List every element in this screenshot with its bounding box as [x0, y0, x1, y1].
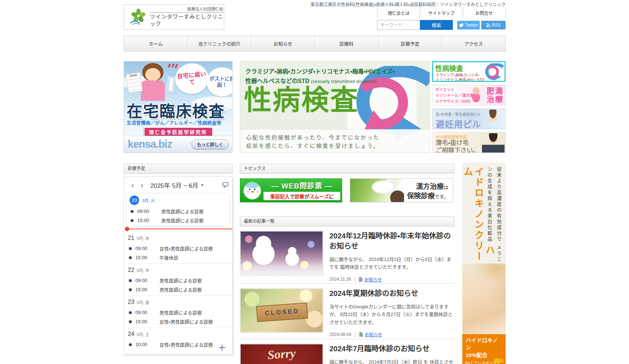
event-dot-icon: [131, 210, 134, 213]
utility-nav: 理仁会とは サイトマップ お問合せ: [377, 7, 506, 18]
speech-bubble-delivered: 自宅に届いて: [174, 62, 210, 95]
article-divider: [240, 339, 454, 339]
article: 2024年12月臨時休診・年末年始休診のお知らせ 誠に勝手ながら、 2024年1…: [329, 231, 455, 282]
sorry-sign-photo: Sorry: [241, 344, 323, 364]
home-test-badge: 理仁会予防医学研究所: [143, 127, 213, 136]
nav-access[interactable]: アクセス: [442, 36, 505, 51]
penguin-mascot-icon: [244, 182, 261, 199]
calendar-event[interactable]: 09:00 男性医師による診察: [130, 207, 227, 216]
calendar-event[interactable]: 09:00 男性医師による診察: [128, 276, 229, 285]
model-face-photo: [462, 264, 506, 334]
search-input[interactable]: [377, 20, 420, 30]
event-dot-icon: [129, 247, 132, 250]
article-thumbnail[interactable]: [240, 231, 323, 275]
rss-label: RSS: [492, 23, 501, 28]
kampo-banner[interactable]: 漢方治療は 保険診療です。: [350, 178, 453, 202]
tax-included-label: (税込): [494, 357, 503, 363]
news-section-header: 最新の記事一覧: [240, 217, 454, 226]
article-title-link[interactable]: 2024年12月臨時休診・年末年始休診のお知らせ: [329, 231, 455, 251]
std-list-line1: クラミジア・淋病・カンジダ・トリコモナス・梅毒・HIVエイズ・: [245, 67, 395, 75]
utility-about[interactable]: 理仁会とは: [377, 7, 420, 18]
calendar-prev-icon[interactable]: ‹: [128, 181, 137, 189]
std-caption-line2: 症状を感じたら、すぐに検査を受けましょう。: [246, 143, 380, 149]
utility-contact[interactable]: お問合せ: [463, 7, 505, 18]
search-button[interactable]: 検索: [420, 20, 453, 30]
article-date: 2024.11.26: [329, 277, 351, 282]
calendar-next-icon[interactable]: ›: [137, 181, 147, 189]
home-test-subtitle: 生活習慣病／がん／アレルギー／性病検査等: [127, 119, 221, 126]
side-banner-std[interactable]: 性病検査 クラミジア・淋病・カンジダ・ トリコモナス・梅毒・HIV・STD: [432, 61, 506, 82]
article-title-link[interactable]: 2024年7月臨時休診のお知らせ: [329, 344, 455, 354]
side-banner-diet[interactable]: ダイエット マジンドール／漢方薬 エクササイズ／EMS 肥満 治療: [432, 85, 506, 106]
topics-section-header: トピックス: [240, 164, 454, 174]
nav-departments[interactable]: 診療科: [314, 36, 378, 51]
side-banner-pill[interactable]: 低・中用量／緊急避妊用ピル 避妊用ピル: [432, 108, 506, 129]
paper-label: 説明書: [126, 73, 141, 78]
current-time-indicator: [125, 227, 232, 232]
article-thumbnail[interactable]: CLOSED: [240, 288, 323, 333]
calendar-range[interactable]: 2025年 5月 ~ 6月: [150, 181, 198, 190]
article: 2024年夏期休診のお知らせ 当サイトのGoogleカレンダーに既に告知はしてあ…: [329, 288, 455, 337]
obesity-word1: 肥満: [487, 87, 503, 95]
document-icon: [359, 332, 363, 337]
calendar-event[interactable]: 15:00 午後休診: [128, 253, 229, 262]
article-title-link[interactable]: 2024年夏期休診のお知らせ: [329, 288, 455, 298]
logo-clinic-name: ツインタワーすみとしクリニック: [150, 13, 224, 27]
calendar-event[interactable]: 10:00 女性・男性医師による診察: [128, 340, 229, 349]
std-test-banner[interactable]: クラミジア・淋病・カンジダ・トリコモナス・梅毒・HIVエイズ・ 性器ヘルペスなど…: [240, 61, 430, 153]
calendar-event[interactable]: 15:00 男性医師による診察: [130, 216, 227, 225]
nav-news[interactable]: お知らせ: [251, 36, 314, 51]
hydroquinone-banner[interactable]: 従来より高濃度の有効成分で メラニンの生成を抑える美白化粧品 ハイドロキノンクリ…: [462, 162, 506, 364]
utility-sitemap[interactable]: サイトマップ: [420, 7, 462, 18]
main-nav: ホーム 当クリニックの紹介 お知らせ 診療科 診療予定 アクセス: [124, 36, 506, 51]
today-date-badge: 20: [130, 195, 139, 205]
article: 2024年7月臨時休診のお知らせ 誠に勝手ながら、 2024年7月3日（水）終日…: [329, 344, 455, 364]
calendar-event[interactable]: 09:00 女性・男性医師による診察: [128, 244, 229, 253]
obesity-word2: 治療: [487, 95, 503, 103]
calendar-event[interactable]: 15:00 女性・男性医師による診察: [128, 317, 229, 326]
side-banner-aga[interactable]: AGA男性型脱毛症 薄毛・抜け毛 ご相談下さい。: [432, 132, 506, 153]
article-divider: [240, 283, 454, 284]
more-details-button[interactable]: もっと詳しく: [191, 139, 229, 149]
calendar-day-group: 23 5月, 金 09:00 男性医師による診察 15:00 女性・男性医師によ…: [124, 296, 232, 328]
nav-clinic-intro[interactable]: 当クリニックの紹介: [187, 36, 251, 51]
calendar-agenda-icon[interactable]: [222, 182, 229, 188]
event-dot-icon: [129, 343, 132, 346]
herbs-mortar-photo: [350, 179, 404, 202]
logo[interactable]: 医療法人社団理仁会 ツインタワーすみとしクリニック: [124, 4, 224, 30]
nav-schedule[interactable]: 診療予定: [378, 36, 442, 51]
std-caption-line1: 心配な性的接触があったり、今までになかった: [246, 134, 380, 141]
rss-button[interactable]: RSS: [481, 21, 506, 29]
twitter-button[interactable]: Twitter: [457, 21, 480, 29]
event-dot-icon: [129, 311, 132, 314]
logo-organization: 医療法人社団理仁会: [150, 7, 224, 13]
calendar-day-today: 20 5月, 火 09:00 男性医師による診察 15:00 男性医師による診察: [126, 193, 230, 227]
nav-home[interactable]: ホーム: [124, 36, 187, 51]
web-interview-banner[interactable]: ― WEB問診票 ― 事前記入で診察がスムーズに: [240, 178, 342, 202]
sorry-sign-text: Sorry: [241, 344, 323, 364]
mini-swirl-arrows-icon: [483, 63, 505, 80]
article-date: 2024.08.04: [329, 332, 351, 337]
category-link[interactable]: お知らせ: [364, 276, 382, 282]
flower-wave-logo-icon: [129, 8, 148, 27]
calendar-day-group: 21 5月, 水 09:00 女性・男性医師による診察 15:00 午後休診: [124, 232, 232, 264]
alert-marks-decor: [168, 64, 171, 68]
event-dot-icon: [129, 320, 132, 323]
exercising-woman-photo: [468, 87, 484, 105]
nurse-illustration: 説明書: [126, 62, 177, 103]
calendar-range-caret-icon[interactable]: ▼: [201, 183, 204, 187]
schedule-section-header: 診療予定: [124, 164, 233, 174]
snowman-photo: [241, 232, 323, 274]
category-link[interactable]: お知らせ: [365, 331, 382, 337]
calendar-event[interactable]: 09:00 男性医師による診察: [128, 308, 229, 317]
calendar-add-icon[interactable]: ＋: [216, 341, 228, 353]
calendar-day-group: 22 5月, 木 09:00 男性医師による診察 15:00 男性医師による診察: [124, 264, 232, 296]
calendar-event[interactable]: 15:00 男性医師による診察: [128, 285, 229, 294]
man-in-suit-photo: [482, 133, 505, 153]
web-interview-title: ― WEB問診票 ―: [264, 180, 340, 192]
google-calendar-widget: ‹ › 2025年 5月 ~ 6月 ▼ 20 5月, 火 09:00 男性医師に…: [124, 177, 233, 355]
home-test-banner[interactable]: 説明書 自宅に届いて ポストに投函！ 在宅臨床検査 生活習慣病／がん／アレルギー…: [124, 61, 233, 153]
speech-bubble-post: ポストに投函！: [206, 67, 232, 96]
rss-icon: [486, 23, 490, 27]
article-thumbnail[interactable]: Sorry: [240, 344, 323, 364]
